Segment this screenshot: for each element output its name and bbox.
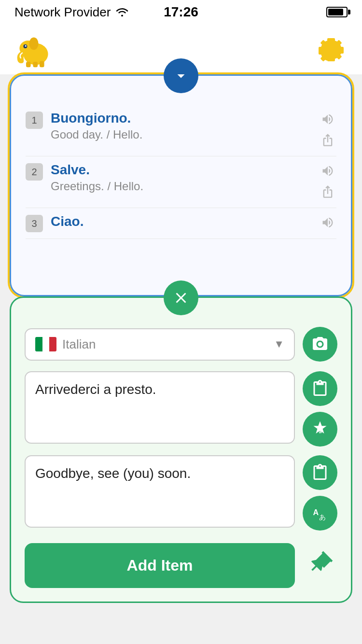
item-actions-3 [319, 214, 336, 233]
play-audio-btn-3[interactable] [319, 214, 336, 233]
item-translation-2: Greetings. / Hello. [51, 180, 311, 193]
play-audio-btn-1[interactable] [319, 111, 336, 129]
vocab-item-1: 1 Buongiorno. Good day. / Hello. [26, 105, 336, 156]
translation-input-row: Goodbye, see (you) soon. A あ [25, 455, 337, 531]
svg-point-3 [25, 45, 27, 47]
vocab-item-3: 3 Ciao. [26, 208, 336, 239]
clipboard-paste-btn[interactable] [303, 371, 337, 406]
play-audio-btn-2[interactable] [319, 162, 336, 181]
app-logo [14, 29, 53, 70]
vocab-item-2: 2 Salve. Greetings. / Hello. [26, 156, 336, 208]
item-main-1: Buongiorno. [51, 111, 311, 126]
item-text-2: Salve. Greetings. / Hello. [51, 162, 311, 193]
carrier-text: Network Provider [14, 5, 111, 20]
item-number-1: 1 [26, 112, 43, 129]
svg-text:あ: あ [319, 513, 326, 521]
source-input-row: Arrivederci a presto. [25, 371, 337, 447]
italian-flag [35, 337, 56, 351]
svg-rect-7 [40, 61, 44, 67]
svg-text:A: A [313, 508, 319, 517]
wifi-icon [115, 5, 129, 20]
translate-btn[interactable]: A あ [303, 496, 337, 531]
status-bar: Network Provider 17:26 [0, 0, 362, 24]
item-text-3: Ciao. [51, 214, 311, 231]
item-main-3: Ciao. [51, 214, 311, 229]
language-row: Italian ▼ [25, 327, 337, 362]
clipboard-paste-btn-2[interactable] [303, 455, 337, 490]
settings-button[interactable] [315, 32, 348, 67]
item-number-3: 3 [26, 215, 43, 232]
status-time: 17:26 [164, 4, 198, 20]
add-item-panel: Italian ▼ Arrivederci a presto. [10, 296, 352, 603]
pin-button[interactable] [303, 546, 337, 581]
stars-btn[interactable] [303, 412, 337, 447]
carrier-info: Network Provider [14, 5, 129, 20]
add-item-button[interactable]: Add Item [25, 543, 295, 588]
language-selector[interactable]: Italian ▼ [25, 328, 295, 361]
battery-indicator [326, 7, 348, 17]
language-label: Italian [62, 337, 268, 352]
battery-icon [326, 7, 348, 17]
camera-button[interactable] [303, 327, 337, 362]
share-btn-1[interactable] [319, 131, 336, 150]
translation-text-input[interactable]: Goodbye, see (you) soon. [25, 455, 295, 528]
share-btn-2[interactable] [319, 183, 336, 202]
source-action-buttons [303, 371, 337, 447]
item-main-2: Salve. [51, 162, 311, 178]
close-panel-button[interactable] [164, 280, 198, 315]
source-text-input[interactable]: Arrivederci a presto. [25, 371, 295, 444]
item-number-2: 2 [26, 163, 43, 181]
svg-point-4 [29, 38, 38, 50]
item-translation-1: Good day. / Hello. [51, 128, 311, 141]
collapse-button[interactable] [164, 58, 198, 93]
item-actions-1 [319, 111, 336, 150]
vocab-list: 1 Buongiorno. Good day. / Hello. 2 Salve… [11, 90, 351, 249]
item-actions-2 [319, 162, 336, 202]
main-card: 1 Buongiorno. Good day. / Hello. 2 Salve… [10, 74, 352, 296]
svg-rect-6 [33, 62, 38, 67]
item-text-1: Buongiorno. Good day. / Hello. [51, 111, 311, 141]
translation-action-buttons: A あ [303, 455, 337, 531]
svg-rect-5 [26, 62, 31, 67]
dropdown-chevron-icon: ▼ [274, 338, 284, 350]
